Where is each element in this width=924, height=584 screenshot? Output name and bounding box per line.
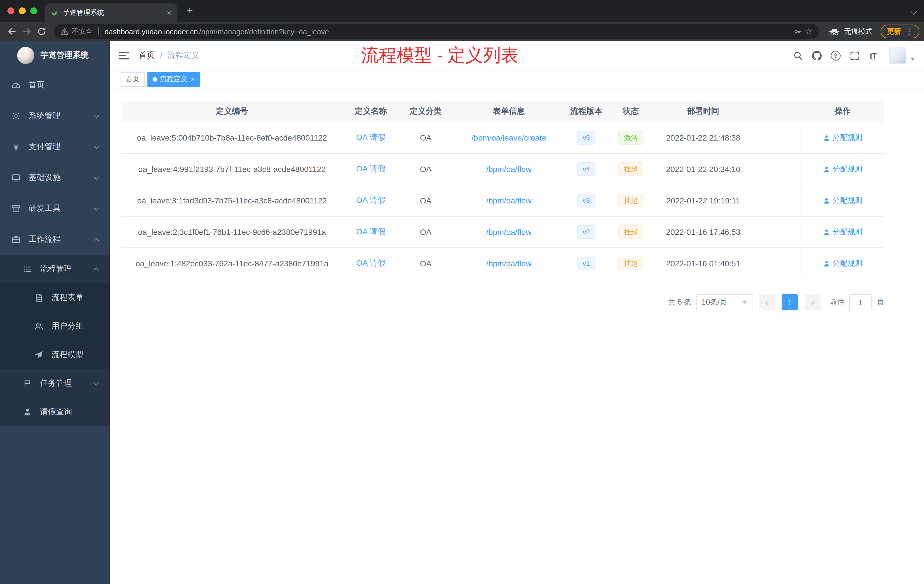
table-row: oa_leave:3:1fad3d93-7b75-11ec-a3c8-acde4… bbox=[120, 185, 884, 216]
sidebar-item-workflow[interactable]: 工作流程 bbox=[0, 224, 110, 255]
definition-name-link[interactable]: OA 请假 bbox=[356, 133, 386, 143]
cell-form-info: /bpm/oa/leave/create bbox=[453, 122, 564, 153]
cell-deploy-time: 2022-01-16 01:40:51 bbox=[654, 248, 752, 279]
tag-label: 首页 bbox=[126, 74, 139, 84]
tag-process-definition[interactable]: 流程定义 × bbox=[147, 72, 200, 87]
definition-name-link[interactable]: OA 请假 bbox=[356, 258, 386, 269]
definition-name-link[interactable]: OA 请假 bbox=[356, 227, 386, 237]
cell-status: 挂起 bbox=[608, 248, 654, 279]
definition-table: 定义编号 定义名称 定义分类 表单信息 流程版本 状态 部署时间 操作 oa_l… bbox=[120, 101, 884, 279]
forward-button[interactable] bbox=[20, 24, 34, 39]
tag-close-icon[interactable]: × bbox=[191, 76, 195, 82]
sidebar-item-task-management[interactable]: 任务管理 bbox=[0, 369, 110, 398]
tab-close-icon[interactable]: × bbox=[167, 8, 172, 16]
address-bar[interactable]: 不安全 dashboard.yudao.iocoder.cn /bpm/mana… bbox=[54, 24, 819, 39]
col-filler bbox=[752, 101, 800, 122]
cell-definition-id: oa_leave:5:004b710b-7b8a-11ec-8ef0-acde4… bbox=[120, 122, 343, 153]
sidebar-item-label: 支付管理 bbox=[28, 142, 61, 152]
prev-page-button[interactable]: ‹ bbox=[759, 294, 775, 310]
cell-actions: 分配规则 bbox=[800, 122, 884, 153]
page-number-button[interactable]: 1 bbox=[782, 294, 798, 310]
sidebar-item-user-group[interactable]: 用户分组 bbox=[0, 312, 110, 341]
form-link[interactable]: /bpm/oa/flow bbox=[486, 259, 532, 268]
breadcrumb-home[interactable]: 首页 bbox=[139, 50, 155, 61]
definition-name-link[interactable]: OA 请假 bbox=[356, 164, 386, 174]
active-tag-dot bbox=[153, 77, 157, 81]
omnibox-divider bbox=[98, 27, 99, 35]
sidebar-item-process-model[interactable]: 流程模型 bbox=[0, 341, 110, 369]
browser-tab[interactable]: 芋道管理系统 × bbox=[45, 3, 177, 22]
assignee-person-icon bbox=[823, 260, 830, 267]
gear-icon bbox=[12, 111, 21, 120]
form-link[interactable]: /bpm/oa/leave/create bbox=[472, 133, 546, 142]
search-icon[interactable] bbox=[790, 48, 805, 63]
list-icon bbox=[23, 265, 32, 274]
chevron-down-icon bbox=[93, 174, 99, 180]
sidebar-item-process-form[interactable]: 流程表单 bbox=[0, 284, 110, 312]
tab-search-chevron-icon[interactable] bbox=[911, 8, 917, 15]
sidebar-item-payment[interactable]: ¥ 支付管理 bbox=[0, 132, 110, 162]
help-icon[interactable]: ? bbox=[828, 48, 843, 63]
sidebar-item-infrastructure[interactable]: 基础设施 bbox=[0, 162, 110, 193]
tag-home[interactable]: 首页 bbox=[120, 72, 145, 87]
bookmark-star-icon[interactable]: ☆ bbox=[805, 26, 813, 36]
fullscreen-icon[interactable] bbox=[847, 48, 862, 63]
hamburger-icon[interactable] bbox=[119, 52, 129, 59]
status-badge: 挂起 bbox=[618, 257, 644, 270]
assign-rule-button[interactable]: 分配规则 bbox=[823, 195, 862, 206]
briefcase-icon bbox=[12, 235, 21, 244]
status-badge: 挂起 bbox=[618, 162, 644, 176]
sidebar-item-devtools[interactable]: 研发工具 bbox=[0, 193, 110, 224]
sidebar-item-process-management[interactable]: 流程管理 bbox=[0, 255, 110, 284]
cell-deploy-time: 2022-01-22 19:19:11 bbox=[654, 185, 752, 216]
cell-version: v5 bbox=[564, 122, 608, 153]
logo-avatar bbox=[17, 47, 34, 64]
cell-definition-id: oa_leave:1:482ec033-762a-11ec-8477-a2380… bbox=[120, 248, 343, 279]
github-icon[interactable] bbox=[809, 48, 824, 63]
pagination: 共 5 条 10条/页 ‹ 1 › 前往 页 bbox=[120, 294, 884, 310]
back-button[interactable] bbox=[5, 24, 20, 39]
new-tab-button[interactable]: + bbox=[183, 4, 196, 18]
cell-status: 挂起 bbox=[608, 185, 654, 216]
pagination-goto: 前往 页 bbox=[830, 294, 884, 310]
cell-category: OA bbox=[398, 154, 453, 185]
saved-password-key-icon[interactable] bbox=[794, 27, 802, 35]
refresh-button[interactable] bbox=[34, 24, 49, 39]
navbar-actions: ? tT bbox=[790, 47, 915, 64]
window-zoom-button[interactable] bbox=[30, 7, 37, 14]
window-close-button[interactable] bbox=[7, 7, 14, 14]
form-link[interactable]: /bpm/oa/flow bbox=[486, 228, 532, 237]
sidebar-item-leave-query[interactable]: 请假查询 bbox=[0, 398, 110, 426]
assign-rule-button[interactable]: 分配规则 bbox=[823, 133, 862, 143]
assign-rule-label: 分配规则 bbox=[833, 133, 862, 143]
assign-rule-button[interactable]: 分配规则 bbox=[823, 227, 862, 237]
user-avatar[interactable] bbox=[889, 47, 906, 64]
window-minimize-button[interactable] bbox=[19, 7, 26, 14]
kebab-menu-icon[interactable]: ⋮ bbox=[905, 27, 913, 35]
cell-category: OA bbox=[398, 185, 453, 216]
sidebar-item-home[interactable]: 首页 bbox=[0, 70, 110, 101]
browser-update-menu[interactable]: 更新 ⋮ bbox=[881, 25, 919, 38]
document-icon bbox=[34, 293, 43, 302]
url-path: /bpm/manager/definition?key=oa_leave bbox=[199, 27, 329, 36]
form-link[interactable]: /bpm/oa/flow bbox=[486, 165, 532, 174]
sidebar-item-label: 基础设施 bbox=[28, 173, 61, 183]
definition-name-link[interactable]: OA 请假 bbox=[356, 195, 386, 206]
table-row: oa_leave:5:004b710b-7b8a-11ec-8ef0-acde4… bbox=[120, 122, 884, 154]
goto-page-input[interactable] bbox=[849, 294, 872, 310]
cell-version: v2 bbox=[564, 216, 608, 247]
breadcrumb-separator: / bbox=[160, 51, 162, 60]
assign-rule-button[interactable]: 分配规则 bbox=[823, 164, 862, 174]
cell-status: 挂起 bbox=[608, 154, 654, 185]
font-size-icon[interactable]: tT bbox=[866, 48, 881, 63]
sidebar-item-system[interactable]: 系统管理 bbox=[0, 101, 110, 132]
col-status: 状态 bbox=[608, 101, 654, 122]
page-size-select[interactable]: 10条/页 bbox=[696, 294, 753, 310]
form-link[interactable]: /bpm/oa/flow bbox=[486, 196, 532, 205]
tag-label: 流程定义 bbox=[160, 74, 187, 84]
assign-rule-button[interactable]: 分配规则 bbox=[823, 258, 862, 269]
toolbox-icon bbox=[12, 204, 21, 213]
avatar-caret-down-icon[interactable] bbox=[910, 58, 915, 60]
chevron-up-icon bbox=[93, 267, 99, 273]
next-page-button[interactable]: › bbox=[805, 294, 820, 310]
